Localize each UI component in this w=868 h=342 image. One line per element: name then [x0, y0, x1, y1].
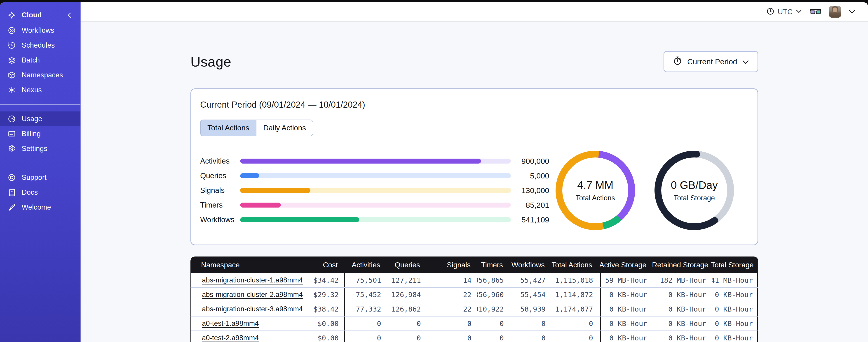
value-cell: 0 [427, 331, 477, 342]
col-header-retained-storage: Retained Storage [652, 261, 711, 269]
namespace-link[interactable]: abs-migration-cluster-3.a98mm4 [202, 305, 303, 313]
value-cell: 0 KB-Hour [712, 302, 759, 316]
batch-layers-icon [8, 56, 16, 64]
bar-fill [240, 203, 281, 208]
bar-value: 900,000 [511, 157, 549, 166]
value-cell: 0 KB-Hour [600, 287, 653, 302]
namespaces-cube-icon [8, 71, 16, 79]
timezone-selector[interactable]: UTC [766, 7, 802, 16]
sidebar-item-label: Schedules [22, 41, 55, 49]
bar-label: Queries [200, 171, 240, 180]
table-row: abs-migration-cluster-1.a98mm4$34.4275,5… [190, 273, 758, 287]
bar-track [240, 203, 511, 208]
col-header-cost: Cost [303, 261, 343, 269]
value-cell: 0 KB-Hour [653, 302, 712, 316]
bar-value: 130,000 [511, 186, 549, 195]
total-storage-value: 0 GB/Day [671, 179, 718, 191]
sidebar-item-namespaces[interactable]: Namespaces [0, 68, 81, 82]
tab-daily-actions[interactable]: Daily Actions [256, 120, 313, 136]
chevron-down-icon [796, 9, 802, 14]
col-header-queries: Queries [386, 261, 426, 269]
value-cell: 856,960 [477, 287, 509, 302]
settings-gear-icon [8, 145, 16, 153]
usage-gauge-icon [8, 115, 16, 123]
value-cell: 126,984 [387, 287, 427, 302]
usage-page: Usage Current Period [81, 22, 868, 342]
value-cell: 0 KB-Hour [600, 302, 653, 316]
namespace-cell: abs-migration-cluster-2.a98mm4 [191, 287, 304, 302]
bar-row-queries: Queries 5,000 [200, 173, 549, 178]
value-cell: $0.00 [304, 331, 344, 342]
value-cell: $34.42 [304, 273, 344, 287]
bar-label: Activities [200, 157, 240, 165]
value-cell: 126,862 [387, 302, 427, 316]
value-cell: 182 MB-Hour [653, 273, 712, 287]
value-cell: 0 KB-Hour [712, 287, 759, 302]
total-actions-label: Total Actions [576, 194, 615, 202]
bar-value: 541,109 [511, 215, 549, 224]
actions-bar-chart: Activities 900,000 Queries 5,000 Signals [200, 159, 549, 222]
sidebar-item-nexus[interactable]: Nexus [0, 82, 81, 98]
value-cell: 0 [427, 316, 477, 331]
value-cell: 127,211 [387, 273, 427, 287]
sidebar-item-workflows[interactable]: Workflows [0, 23, 81, 38]
sidebar-collapse-icon[interactable] [67, 12, 73, 18]
table-header-row: Namespace Cost Activities Queries Signal… [190, 256, 758, 273]
sidebar-item-docs[interactable]: Docs [0, 185, 81, 200]
sidebar: Cloud Workflows Schedules [0, 2, 81, 342]
sidebar-item-schedules[interactable]: Schedules [0, 38, 81, 53]
sidebar-item-cloud[interactable]: Cloud [0, 8, 81, 23]
namespace-link[interactable]: abs-migration-cluster-1.a98mm4 [202, 276, 303, 284]
billing-card-icon [8, 130, 16, 138]
temporal-cloud-logo-icon [8, 11, 16, 19]
namespace-cell: abs-migration-cluster-1.a98mm4 [191, 273, 304, 287]
value-cell: 0 [344, 331, 387, 342]
value-cell: $29.32 [304, 287, 344, 302]
user-menu-chevron-icon[interactable] [848, 9, 855, 14]
value-cell: 0 KB-Hour [712, 316, 759, 331]
table-body: abs-migration-cluster-1.a98mm4$34.4275,5… [190, 273, 758, 342]
sidebar-item-label: Settings [22, 145, 48, 153]
period-selector-label: Current Period [687, 57, 737, 66]
tab-total-actions[interactable]: Total Actions [200, 120, 256, 136]
sidebar-item-usage[interactable]: Usage [0, 111, 81, 126]
namespace-link[interactable]: a0-test-1.a98mm4 [202, 319, 259, 328]
bar-row-workflows: Workflows 541,109 [200, 217, 549, 222]
sidebar-item-support[interactable]: Support [0, 170, 81, 185]
sidebar-item-batch[interactable]: Batch [0, 53, 81, 68]
namespace-link[interactable]: a0-test-2.a98mm4 [202, 334, 259, 342]
value-cell: 0 [509, 331, 551, 342]
welcome-rocket-icon [8, 203, 16, 211]
dev-mode-glasses-icon[interactable] [810, 7, 822, 16]
sidebar-item-settings[interactable]: Settings [0, 141, 81, 156]
workflows-icon [8, 26, 16, 35]
sidebar-divider [0, 163, 81, 163]
namespace-usage-table: Namespace Cost Activities Queries Signal… [190, 256, 758, 342]
value-cell: $38.42 [304, 302, 344, 316]
total-actions-value: 4.7 MM [577, 179, 613, 191]
period-selector-button[interactable]: Current Period [663, 51, 758, 72]
table-row: a0-test-1.a98mm4$0.000000000 KB-Hour0 KB… [190, 316, 758, 331]
user-avatar[interactable] [829, 6, 841, 18]
main-column: UTC Usage [81, 2, 868, 342]
card-title: Current Period (09/01/2024 — 10/01/2024) [200, 100, 748, 110]
col-header-namespace: Namespace [190, 261, 303, 269]
table-row: a0-test-2.a98mm4$0.000000000 KB-Hour0 KB… [190, 331, 758, 342]
docs-book-icon [8, 189, 16, 197]
namespace-cell: abs-migration-cluster-3.a98mm4 [191, 302, 304, 316]
value-cell: 55,427 [509, 273, 551, 287]
value-cell: 0 KB-Hour [712, 331, 759, 342]
namespace-link[interactable]: abs-migration-cluster-2.a98mm4 [202, 290, 303, 299]
value-cell: 0 [387, 316, 427, 331]
col-header-total-actions: Total Actions [550, 261, 599, 269]
bar-row-signals: Signals 130,000 [200, 188, 549, 193]
sidebar-item-welcome[interactable]: Welcome [0, 200, 81, 215]
total-storage-donut: 0 GB/Day Total Storage [654, 151, 734, 230]
total-storage-label: Total Storage [674, 194, 715, 202]
bar-track [240, 217, 511, 222]
value-cell: 14 [427, 273, 477, 287]
bar-value: 5,000 [511, 171, 549, 180]
value-cell: 77,332 [344, 302, 387, 316]
sidebar-item-billing[interactable]: Billing [0, 126, 81, 141]
sidebar-item-label: Cloud [22, 11, 42, 19]
